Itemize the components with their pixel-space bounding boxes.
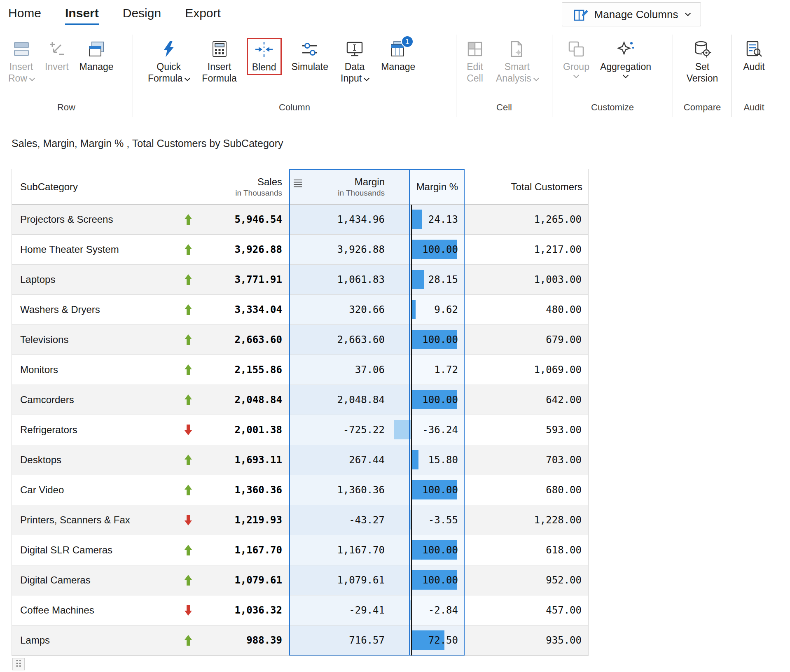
- table-row[interactable]: Lamps988.39716.5772.50935.00: [12, 625, 588, 656]
- table-row[interactable]: Televisions2,663.602,663.60100.00679.00: [12, 325, 588, 355]
- table-row[interactable]: Desktops1,693.11267.4415.80703.00: [12, 445, 588, 475]
- manage-rows-button[interactable]: Manage: [77, 38, 116, 74]
- margin-cell: 1,061.83: [290, 265, 409, 294]
- table-row[interactable]: Home Theater System3,926.883,926.88100.0…: [12, 235, 588, 265]
- group-icon: [567, 40, 586, 58]
- blend-button[interactable]: Blend: [247, 38, 282, 75]
- drag-handle[interactable]: [12, 658, 25, 670]
- data-input-button[interactable]: DataInput: [338, 38, 371, 86]
- customers-cell: 618.00: [465, 535, 588, 565]
- edit-cell-button[interactable]: EditCell: [463, 38, 487, 86]
- smart-analysis-button[interactable]: SmartAnalysis: [493, 38, 541, 86]
- manage-columns-button[interactable]: Manage Columns: [562, 2, 701, 26]
- ribbon-group-audit: Audit Audit: [732, 35, 776, 117]
- header-subcategory[interactable]: SubCategory: [12, 169, 178, 204]
- table-row[interactable]: Monitors2,155.8637.061.721,069.00: [12, 355, 588, 385]
- margin-header-menu-icon[interactable]: [293, 178, 303, 188]
- insert-row-icon: [12, 40, 31, 58]
- table-row[interactable]: Projectors & Screens5,946.541,434.9624.1…: [12, 205, 588, 235]
- table-row[interactable]: Car Video1,360.361,360.36100.00680.00: [12, 475, 588, 505]
- sales-cell: 1,079.61: [178, 565, 290, 595]
- table-row[interactable]: Coffee Machines1,036.32-29.41-2.84457.00: [12, 595, 588, 625]
- sales-cell: 988.39: [178, 625, 290, 655]
- customers-cell: 703.00: [465, 445, 588, 475]
- customers-cell: 1,003.00: [465, 265, 588, 294]
- audit-button[interactable]: Audit: [741, 38, 767, 74]
- selection-border-middle: [409, 169, 410, 656]
- subcategory-cell: Televisions: [12, 325, 178, 355]
- group-button[interactable]: Group: [561, 38, 592, 79]
- sales-cell: 1,219.93: [178, 505, 290, 535]
- smart-analysis-icon: [507, 40, 526, 58]
- trend-down-icon: [184, 424, 192, 436]
- selection-border-left: [289, 169, 290, 656]
- table-header: SubCategory Sales in Thousands Margin in…: [12, 169, 588, 205]
- insert-formula-icon: [210, 40, 229, 58]
- table-row[interactable]: Laptops3,771.911,061.8328.151,003.00: [12, 265, 588, 295]
- menu-item-export[interactable]: Export: [185, 6, 221, 25]
- customers-cell: 1,217.00: [465, 235, 588, 264]
- margin-pct-cell: 100.00: [409, 325, 465, 355]
- ribbon-group-cell: EditCell SmartAnalysis Cell: [456, 35, 552, 117]
- header-margin-pct[interactable]: Margin %: [409, 169, 465, 204]
- chevron-down-icon: [573, 72, 579, 78]
- margin-cell: -43.27: [290, 505, 409, 535]
- ribbon-group-label-compare: Compare: [673, 102, 732, 117]
- margin-pct-bar: [394, 420, 411, 439]
- customers-cell: 457.00: [465, 595, 588, 625]
- table-row[interactable]: Digital SLR Cameras1,167.701,167.70100.0…: [12, 535, 588, 565]
- table-row[interactable]: Camcorders2,048.842,048.84100.00642.00: [12, 385, 588, 415]
- sales-cell: 3,771.91: [178, 265, 290, 294]
- subcategory-cell: Lamps: [12, 625, 178, 655]
- report-title: Sales, Margin, Margin % , Total Customer…: [12, 138, 283, 149]
- subcategory-cell: Digital SLR Cameras: [12, 535, 178, 565]
- trend-down-icon: [184, 514, 192, 526]
- header-total-customers[interactable]: Total Customers: [465, 169, 588, 204]
- customers-cell: 1,228.00: [465, 505, 588, 535]
- trend-up-icon: [184, 484, 192, 496]
- insert-row-button[interactable]: InsertRow: [6, 38, 37, 86]
- customers-cell: 1,069.00: [465, 355, 588, 385]
- margin-cell: 267.44: [290, 445, 409, 475]
- table-row[interactable]: Refrigerators2,001.38-725.22-36.24593.00: [12, 415, 588, 445]
- ribbon-group-label-customize: Customize: [552, 102, 673, 117]
- set-version-button[interactable]: SetVersion: [684, 38, 721, 86]
- trend-up-icon: [184, 394, 192, 406]
- quick-formula-icon: [159, 40, 178, 58]
- header-margin[interactable]: Margin in Thousands: [290, 169, 409, 204]
- quick-formula-button[interactable]: QuickFormula: [145, 38, 192, 86]
- menu-item-home[interactable]: Home: [8, 6, 41, 25]
- invert-button[interactable]: Invert: [42, 38, 71, 74]
- header-sales[interactable]: Sales in Thousands: [178, 169, 290, 204]
- subcategory-cell: Coffee Machines: [12, 595, 178, 625]
- ribbon-group-column: QuickFormula InsertFormula Blend Simulat…: [133, 35, 456, 117]
- menu-item-design[interactable]: Design: [123, 6, 161, 25]
- table-row[interactable]: Washers & Dryers3,334.04320.669.62480.00: [12, 295, 588, 325]
- data-table: SubCategory Sales in Thousands Margin in…: [12, 169, 589, 656]
- trend-up-icon: [184, 544, 192, 556]
- insert-formula-button[interactable]: InsertFormula: [199, 38, 239, 86]
- table-row[interactable]: Digital Cameras1,079.611,079.61100.00952…: [12, 565, 588, 595]
- sales-cell: 3,334.04: [178, 295, 290, 324]
- margin-pct-cell: 100.00: [409, 385, 465, 415]
- simulate-button[interactable]: Simulate: [289, 38, 331, 74]
- manage-columns-ribbon-button[interactable]: 1 Manage: [379, 38, 418, 74]
- table-row[interactable]: Printers, Scanners & Fax1,219.93-43.27-3…: [12, 505, 588, 535]
- blend-icon: [255, 40, 273, 59]
- drag-handle-icon: [14, 659, 23, 670]
- sales-cell: 2,001.38: [178, 415, 290, 445]
- sales-cell: 1,167.70: [178, 535, 290, 565]
- margin-pct-cell: 24.13: [409, 205, 465, 234]
- margin-pct-cell: 1.72: [409, 355, 465, 385]
- customers-cell: 1,265.00: [465, 205, 588, 234]
- trend-up-icon: [184, 274, 192, 285]
- customers-cell: 593.00: [465, 415, 588, 445]
- sales-cell: 5,946.54: [178, 205, 290, 234]
- sales-cell: 3,926.88: [178, 235, 290, 264]
- manage-columns-icon: [573, 6, 589, 23]
- menu-item-insert[interactable]: Insert: [65, 6, 99, 25]
- aggregation-button[interactable]: Aggregation: [598, 38, 654, 79]
- customers-cell: 935.00: [465, 625, 588, 655]
- margin-pct-cell: 9.62: [409, 295, 465, 324]
- margin-cell: 716.57: [290, 625, 409, 655]
